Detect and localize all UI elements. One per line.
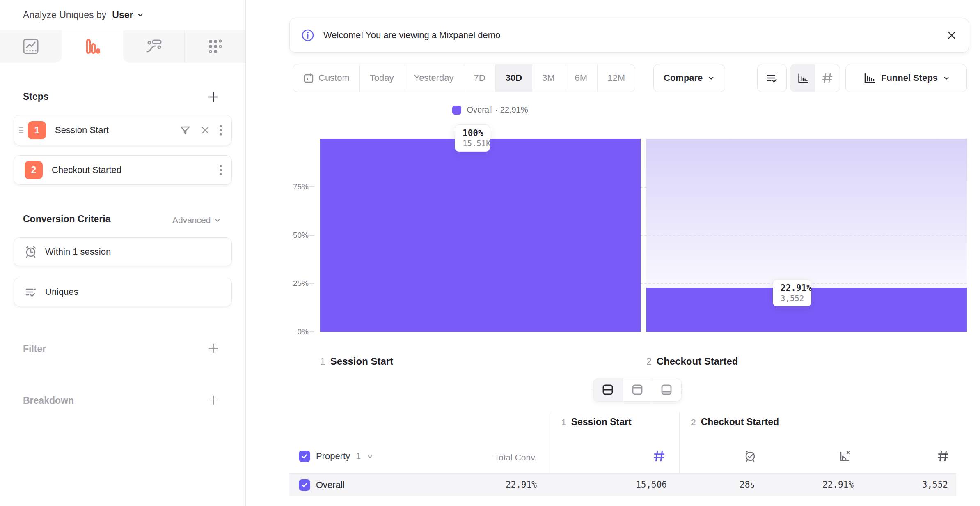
y-axis-tick-0: 0% bbox=[276, 327, 309, 336]
tooltip-percent: 100% bbox=[463, 128, 482, 138]
list-check-icon bbox=[24, 285, 38, 299]
step-kebab-icon[interactable] bbox=[219, 163, 222, 177]
property-column-label[interactable]: Property bbox=[316, 451, 350, 462]
chevron-down-icon[interactable] bbox=[366, 453, 373, 460]
tab-insights[interactable] bbox=[0, 30, 62, 63]
add-filter-button[interactable] bbox=[206, 341, 221, 356]
funnel-chart-icon bbox=[862, 71, 876, 85]
bar-chart-icon bbox=[796, 71, 809, 85]
bar-value-tooltip: 22.91% 3,552 bbox=[773, 279, 811, 306]
tab-flows[interactable] bbox=[123, 30, 184, 63]
analyze-entity-picker[interactable]: User bbox=[112, 9, 144, 21]
advanced-label: Advanced bbox=[172, 215, 211, 225]
range-label: 12M bbox=[607, 73, 625, 83]
conversion-rate-chart-icon[interactable] bbox=[838, 449, 852, 463]
axis-tickmark bbox=[309, 186, 314, 187]
conversion-window-card[interactable]: Within 1 session bbox=[14, 237, 232, 266]
steps-section-title: Steps bbox=[23, 91, 49, 102]
range-label: 30D bbox=[506, 73, 522, 83]
group-name: Checkout Started bbox=[701, 416, 779, 428]
row-conv-rate: 22.91% bbox=[794, 480, 854, 490]
step-name: Session Start bbox=[55, 125, 179, 136]
compare-button[interactable]: Compare bbox=[653, 64, 725, 92]
range-label: 7D bbox=[474, 73, 485, 83]
range-custom[interactable]: Custom bbox=[293, 64, 360, 92]
row-avg-time: 28s bbox=[700, 480, 755, 490]
analyze-header: Analyze Uniques by User bbox=[23, 7, 144, 23]
step-card-1[interactable]: 1 Session Start bbox=[14, 115, 232, 145]
drag-handle-icon[interactable] bbox=[18, 126, 25, 135]
report-type-tabs bbox=[0, 30, 245, 63]
range-6m[interactable]: 6M bbox=[565, 64, 598, 92]
add-breakdown-button[interactable] bbox=[206, 393, 221, 407]
list-check-icon bbox=[765, 71, 779, 85]
step-kebab-icon[interactable] bbox=[219, 124, 222, 137]
step-filter-icon[interactable] bbox=[179, 124, 191, 136]
range-3m[interactable]: 3M bbox=[532, 64, 565, 92]
bar-value-tooltip: 100% 15.51K bbox=[455, 124, 490, 152]
layout-table-only-button[interactable] bbox=[652, 378, 681, 401]
tooltip-count: 3,552 bbox=[781, 294, 804, 303]
row-name: Overall bbox=[316, 480, 345, 490]
funnel-bar-session-start[interactable] bbox=[320, 139, 641, 332]
range-today[interactable]: Today bbox=[360, 64, 404, 92]
analyze-entity-value: User bbox=[112, 9, 133, 21]
conversion-criteria-title: Conversion Criteria bbox=[23, 214, 110, 225]
range-label: 6M bbox=[575, 73, 588, 83]
group-number: 2 bbox=[691, 417, 696, 427]
layout-chart-only-button[interactable] bbox=[623, 378, 652, 401]
remove-step-icon[interactable] bbox=[199, 124, 211, 136]
chevron-down-icon bbox=[214, 216, 221, 224]
step-name: Checkout Started bbox=[657, 356, 738, 367]
conversion-window-label: Within 1 session bbox=[45, 246, 111, 257]
step-card-2[interactable]: 2 Checkout Started bbox=[14, 155, 232, 185]
info-icon bbox=[301, 29, 314, 42]
add-step-button[interactable] bbox=[206, 90, 221, 104]
count-metric-icon-checkout[interactable] bbox=[936, 449, 950, 462]
select-all-checkbox[interactable] bbox=[299, 451, 310, 462]
tabs-right-group bbox=[123, 30, 245, 63]
property-number: 1 bbox=[356, 451, 361, 462]
toggle-number-view[interactable] bbox=[815, 64, 840, 92]
mixpanel-funnel-app: Analyze Uniques by User bbox=[0, 0, 980, 506]
axis-tickmark bbox=[309, 283, 314, 284]
welcome-banner: Welcome! You are viewing a Mixpanel demo bbox=[289, 18, 969, 53]
avg-time-icon[interactable] bbox=[743, 449, 757, 463]
range-label: 3M bbox=[542, 73, 555, 83]
flows-icon bbox=[144, 37, 163, 56]
hash-icon bbox=[821, 72, 833, 84]
step-number: 2 bbox=[646, 356, 652, 367]
counting-method-card[interactable]: Uniques bbox=[14, 278, 232, 306]
legend-label: Overall · 22.91% bbox=[467, 105, 528, 115]
tooltip-percent: 22.91% bbox=[781, 283, 804, 293]
range-30d[interactable]: 30D bbox=[496, 64, 532, 92]
tab-funnels[interactable] bbox=[62, 30, 123, 63]
legend-swatch bbox=[452, 106, 461, 115]
layout-split-view-button[interactable] bbox=[593, 378, 623, 401]
chevron-down-icon bbox=[943, 74, 950, 82]
counting-method-label: Uniques bbox=[45, 287, 78, 297]
count-metric-icon-session[interactable] bbox=[653, 449, 666, 462]
table-group-header-2: 2 Checkout Started bbox=[691, 416, 779, 428]
legend-item-overall[interactable]: Overall · 22.91% bbox=[452, 105, 528, 115]
metrics-list-button[interactable] bbox=[757, 64, 787, 92]
step-name: Checkout Started bbox=[52, 165, 219, 175]
banner-close-icon[interactable] bbox=[946, 30, 957, 41]
advanced-dropdown[interactable]: Advanced bbox=[172, 215, 221, 225]
total-conv-column-label[interactable]: Total Conv. bbox=[453, 453, 537, 462]
alarm-clock-icon bbox=[24, 245, 38, 259]
funnel-steps-dropdown[interactable]: Funnel Steps bbox=[845, 64, 967, 92]
sidebar-divider bbox=[245, 0, 246, 506]
chevron-down-icon bbox=[708, 74, 715, 82]
retention-grid-icon bbox=[206, 37, 224, 56]
row-total-conv: 22.91% bbox=[453, 480, 537, 490]
toggle-bar-view[interactable] bbox=[790, 64, 815, 92]
range-yesterday[interactable]: Yesterday bbox=[404, 64, 464, 92]
row-checkbox[interactable] bbox=[299, 479, 310, 491]
y-axis-tick-50: 50% bbox=[276, 231, 309, 240]
range-7d[interactable]: 7D bbox=[464, 64, 496, 92]
table-row-overall[interactable]: Overall 22.91% 15,506 28s 22.91% 3,552 bbox=[289, 473, 956, 496]
tab-retention[interactable] bbox=[184, 30, 245, 63]
calendar-icon bbox=[303, 72, 314, 84]
range-12m[interactable]: 12M bbox=[598, 64, 635, 92]
